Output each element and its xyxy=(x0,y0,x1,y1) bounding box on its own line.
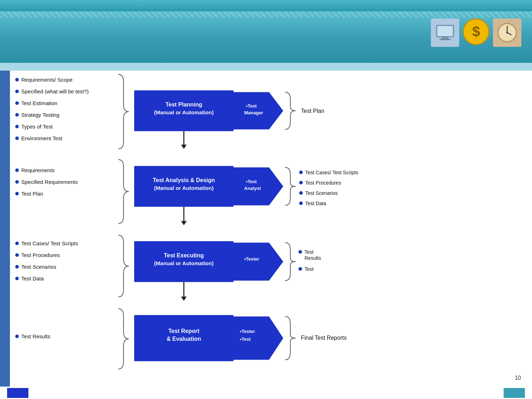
clock-icon xyxy=(493,18,521,47)
right-label-s4: Final Test Reports xyxy=(301,335,347,341)
connector-arrow-1 xyxy=(181,145,187,149)
svg-point-8 xyxy=(506,32,508,34)
arrow-planning-label2: Manager xyxy=(244,110,263,115)
item-r3-1: Test xyxy=(305,249,314,255)
bullet-1-3 xyxy=(15,102,19,105)
left-accent xyxy=(0,71,10,387)
page-number: 10 xyxy=(515,375,521,381)
item-r2-2: Test Procedures xyxy=(305,180,341,186)
bullet-r2-3 xyxy=(299,191,303,195)
diagram-svg: Requirements/ Scope Specified (what will… xyxy=(10,71,532,387)
item-1-1: Requirements/ Scope xyxy=(21,77,72,83)
arrow-analysis-label2: Analyst xyxy=(244,186,261,191)
diagram-wrapper: Requirements/ Scope Specified (what will… xyxy=(10,71,532,387)
bullet-2-1 xyxy=(15,169,19,172)
top-bar xyxy=(0,0,532,11)
box-analysis-label2: (Manual or Automation) xyxy=(154,185,214,191)
bullet-r2-2 xyxy=(299,181,303,185)
box-executing-label1: Test Executing xyxy=(164,252,204,258)
brace-s3-right xyxy=(285,243,296,281)
computer-icon xyxy=(431,18,459,47)
svg-rect-3 xyxy=(439,39,451,40)
box-evaluation-label1: Test Report xyxy=(168,328,199,334)
connector-arrow-2 xyxy=(181,221,187,225)
bullet-1-6 xyxy=(15,137,19,140)
item-r2-4: Test Data xyxy=(305,201,326,206)
arrow-evaluation-label2: •Test xyxy=(240,337,251,342)
bullet-4-1 xyxy=(15,335,19,338)
box-planning-label2: (Manual or Automation) xyxy=(154,109,214,115)
bullet-2-2 xyxy=(15,180,19,184)
arrow-analysis-label1: •Test xyxy=(246,179,257,184)
item-2-1: Requirements xyxy=(21,167,54,173)
bullet-3-3 xyxy=(15,265,19,269)
bullet-2-3 xyxy=(15,192,19,196)
item-3-2: Test Procedures xyxy=(21,252,60,258)
bullet-3-4 xyxy=(15,277,19,280)
svg-rect-2 xyxy=(441,37,449,39)
connector-arrow-3 xyxy=(181,297,187,301)
item-1-6: Environment Test xyxy=(21,135,62,141)
arrow-executing-label: •Tester xyxy=(244,256,259,262)
arrow-executing xyxy=(234,243,283,281)
bullet-3-2 xyxy=(15,253,19,257)
item-3-1: Test Cases/ Test Scripts xyxy=(21,240,78,246)
bullet-3-1 xyxy=(15,242,19,245)
bullet-r2-1 xyxy=(299,171,303,174)
bullet-1-5 xyxy=(15,125,19,129)
header-icons: $ xyxy=(431,18,521,47)
header: $ xyxy=(0,11,532,63)
brace-s1-right xyxy=(285,92,296,130)
brace-s2-left xyxy=(118,160,129,224)
header-stripe xyxy=(0,11,532,18)
item-1-5: Types of Test xyxy=(21,124,53,130)
arrow-planning-label1: •Test xyxy=(246,103,257,109)
dollar-icon: $ xyxy=(463,18,489,45)
box-analysis-label1: Test Analysis & Design xyxy=(153,177,215,183)
item-1-4: Strategy Testing xyxy=(21,112,59,118)
arrow-evaluation-label1: •Tester xyxy=(240,329,255,334)
bottom-right-decoration xyxy=(504,388,525,398)
item-4-1: Test Results xyxy=(21,333,50,339)
brace-s1-left xyxy=(118,75,129,149)
brace-s3-left xyxy=(118,235,129,297)
item-1-3: Test Estimation xyxy=(21,100,57,106)
bottom-bar xyxy=(0,387,532,399)
item-2-2: Specified Requirements xyxy=(21,179,78,185)
bullet-r3-2 xyxy=(298,267,302,271)
brace-s4-left xyxy=(118,309,129,369)
bullet-1-1 xyxy=(15,78,19,82)
bullet-1-4 xyxy=(15,113,19,117)
bullet-r2-4 xyxy=(299,202,303,205)
box-planning-label1: Test Planning xyxy=(165,102,202,108)
bottom-left-decoration xyxy=(7,388,28,398)
item-r3-1b: Results xyxy=(305,255,321,261)
item-r3-2: Test xyxy=(305,266,314,272)
bullet-r3-1 xyxy=(298,250,302,254)
bullet-1-2 xyxy=(15,90,19,93)
box-evaluation-label2: & Evaluation xyxy=(167,336,201,342)
item-3-3: Test Scenarios xyxy=(21,264,56,270)
item-2-3: Test Plan xyxy=(21,191,43,197)
subheader-stripe xyxy=(0,63,532,71)
brace-s2-right xyxy=(285,168,296,206)
item-r2-1: Test Cases/ Test Scripts xyxy=(305,170,358,175)
brace-s4-right xyxy=(285,317,296,360)
right-label-s1: Test Plan xyxy=(301,108,324,114)
item-1-2: Specified (what will be test?) xyxy=(21,88,89,94)
box-executing-label2: (Manual or Automation) xyxy=(154,260,214,266)
item-r2-3: Test Scenarios xyxy=(305,190,338,196)
svg-rect-1 xyxy=(437,26,453,36)
item-3-4: Test Data xyxy=(21,275,44,282)
